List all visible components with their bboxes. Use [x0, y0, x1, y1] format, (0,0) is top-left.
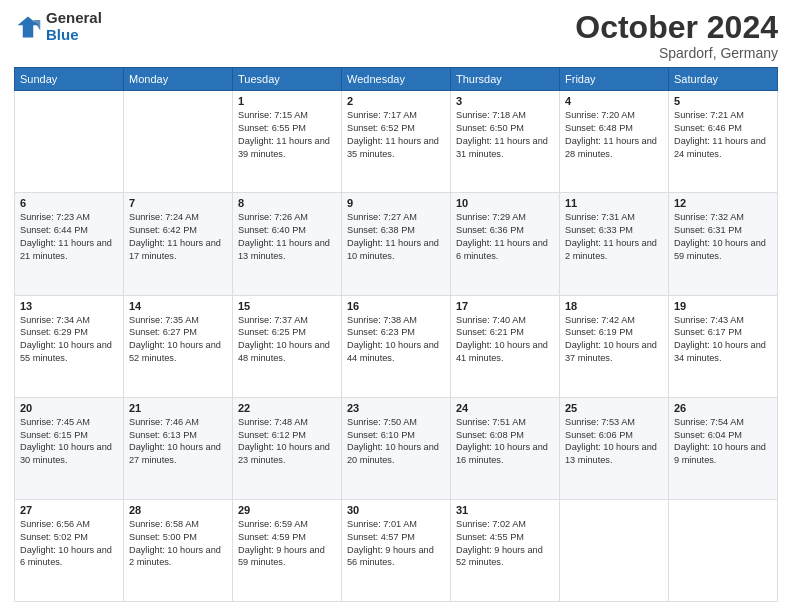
- calendar-cell: 18Sunrise: 7:42 AMSunset: 6:19 PMDayligh…: [560, 295, 669, 397]
- calendar-cell: [15, 91, 124, 193]
- calendar-cell: [669, 499, 778, 601]
- day-info: Sunrise: 7:18 AMSunset: 6:50 PMDaylight:…: [456, 109, 554, 161]
- day-info: Sunrise: 7:27 AMSunset: 6:38 PMDaylight:…: [347, 211, 445, 263]
- title-block: October 2024 Spardorf, Germany: [575, 10, 778, 61]
- calendar-week-row: 20Sunrise: 7:45 AMSunset: 6:15 PMDayligh…: [15, 397, 778, 499]
- svg-marker-0: [18, 16, 39, 37]
- page: General Blue October 2024 Spardorf, Germ…: [0, 0, 792, 612]
- day-number: 12: [674, 197, 772, 209]
- day-info: Sunrise: 7:34 AMSunset: 6:29 PMDaylight:…: [20, 314, 118, 366]
- day-number: 9: [347, 197, 445, 209]
- day-info: Sunrise: 7:17 AMSunset: 6:52 PMDaylight:…: [347, 109, 445, 161]
- calendar-week-row: 27Sunrise: 6:56 AMSunset: 5:02 PMDayligh…: [15, 499, 778, 601]
- calendar-week-row: 1Sunrise: 7:15 AMSunset: 6:55 PMDaylight…: [15, 91, 778, 193]
- calendar-cell: 12Sunrise: 7:32 AMSunset: 6:31 PMDayligh…: [669, 193, 778, 295]
- day-number: 27: [20, 504, 118, 516]
- weekday-header-saturday: Saturday: [669, 68, 778, 91]
- calendar-cell: 1Sunrise: 7:15 AMSunset: 6:55 PMDaylight…: [233, 91, 342, 193]
- day-info: Sunrise: 6:58 AMSunset: 5:00 PMDaylight:…: [129, 518, 227, 570]
- calendar-cell: 5Sunrise: 7:21 AMSunset: 6:46 PMDaylight…: [669, 91, 778, 193]
- calendar-cell: 22Sunrise: 7:48 AMSunset: 6:12 PMDayligh…: [233, 397, 342, 499]
- day-number: 23: [347, 402, 445, 414]
- day-info: Sunrise: 6:56 AMSunset: 5:02 PMDaylight:…: [20, 518, 118, 570]
- calendar-cell: 29Sunrise: 6:59 AMSunset: 4:59 PMDayligh…: [233, 499, 342, 601]
- weekday-header-row: SundayMondayTuesdayWednesdayThursdayFrid…: [15, 68, 778, 91]
- calendar-cell: 14Sunrise: 7:35 AMSunset: 6:27 PMDayligh…: [124, 295, 233, 397]
- day-number: 14: [129, 300, 227, 312]
- calendar-cell: 9Sunrise: 7:27 AMSunset: 6:38 PMDaylight…: [342, 193, 451, 295]
- day-info: Sunrise: 7:43 AMSunset: 6:17 PMDaylight:…: [674, 314, 772, 366]
- calendar-cell: 8Sunrise: 7:26 AMSunset: 6:40 PMDaylight…: [233, 193, 342, 295]
- day-number: 25: [565, 402, 663, 414]
- calendar-week-row: 6Sunrise: 7:23 AMSunset: 6:44 PMDaylight…: [15, 193, 778, 295]
- calendar-cell: 2Sunrise: 7:17 AMSunset: 6:52 PMDaylight…: [342, 91, 451, 193]
- calendar-cell: 19Sunrise: 7:43 AMSunset: 6:17 PMDayligh…: [669, 295, 778, 397]
- day-info: Sunrise: 7:20 AMSunset: 6:48 PMDaylight:…: [565, 109, 663, 161]
- logo-blue-text: Blue: [46, 27, 102, 44]
- calendar-cell: 15Sunrise: 7:37 AMSunset: 6:25 PMDayligh…: [233, 295, 342, 397]
- day-info: Sunrise: 7:50 AMSunset: 6:10 PMDaylight:…: [347, 416, 445, 468]
- weekday-header-friday: Friday: [560, 68, 669, 91]
- calendar-cell: 3Sunrise: 7:18 AMSunset: 6:50 PMDaylight…: [451, 91, 560, 193]
- day-info: Sunrise: 7:23 AMSunset: 6:44 PMDaylight:…: [20, 211, 118, 263]
- calendar-cell: 25Sunrise: 7:53 AMSunset: 6:06 PMDayligh…: [560, 397, 669, 499]
- calendar-cell: 13Sunrise: 7:34 AMSunset: 6:29 PMDayligh…: [15, 295, 124, 397]
- day-info: Sunrise: 7:32 AMSunset: 6:31 PMDaylight:…: [674, 211, 772, 263]
- day-info: Sunrise: 7:54 AMSunset: 6:04 PMDaylight:…: [674, 416, 772, 468]
- calendar-cell: 21Sunrise: 7:46 AMSunset: 6:13 PMDayligh…: [124, 397, 233, 499]
- calendar-cell: 20Sunrise: 7:45 AMSunset: 6:15 PMDayligh…: [15, 397, 124, 499]
- day-number: 4: [565, 95, 663, 107]
- weekday-header-wednesday: Wednesday: [342, 68, 451, 91]
- calendar-table: SundayMondayTuesdayWednesdayThursdayFrid…: [14, 67, 778, 602]
- day-number: 11: [565, 197, 663, 209]
- day-number: 6: [20, 197, 118, 209]
- logo-text: General Blue: [46, 10, 102, 43]
- day-number: 17: [456, 300, 554, 312]
- calendar-cell: 23Sunrise: 7:50 AMSunset: 6:10 PMDayligh…: [342, 397, 451, 499]
- day-number: 15: [238, 300, 336, 312]
- day-number: 24: [456, 402, 554, 414]
- day-info: Sunrise: 7:15 AMSunset: 6:55 PMDaylight:…: [238, 109, 336, 161]
- day-info: Sunrise: 7:51 AMSunset: 6:08 PMDaylight:…: [456, 416, 554, 468]
- day-info: Sunrise: 7:46 AMSunset: 6:13 PMDaylight:…: [129, 416, 227, 468]
- weekday-header-tuesday: Tuesday: [233, 68, 342, 91]
- day-number: 2: [347, 95, 445, 107]
- weekday-header-thursday: Thursday: [451, 68, 560, 91]
- day-number: 22: [238, 402, 336, 414]
- day-info: Sunrise: 7:02 AMSunset: 4:55 PMDaylight:…: [456, 518, 554, 570]
- day-number: 16: [347, 300, 445, 312]
- day-number: 20: [20, 402, 118, 414]
- day-number: 13: [20, 300, 118, 312]
- day-info: Sunrise: 7:45 AMSunset: 6:15 PMDaylight:…: [20, 416, 118, 468]
- calendar-cell: 31Sunrise: 7:02 AMSunset: 4:55 PMDayligh…: [451, 499, 560, 601]
- day-number: 29: [238, 504, 336, 516]
- day-number: 10: [456, 197, 554, 209]
- calendar-cell: 17Sunrise: 7:40 AMSunset: 6:21 PMDayligh…: [451, 295, 560, 397]
- calendar-cell: 4Sunrise: 7:20 AMSunset: 6:48 PMDaylight…: [560, 91, 669, 193]
- calendar-cell: 16Sunrise: 7:38 AMSunset: 6:23 PMDayligh…: [342, 295, 451, 397]
- day-info: Sunrise: 7:40 AMSunset: 6:21 PMDaylight:…: [456, 314, 554, 366]
- day-number: 7: [129, 197, 227, 209]
- day-number: 28: [129, 504, 227, 516]
- calendar-cell: 28Sunrise: 6:58 AMSunset: 5:00 PMDayligh…: [124, 499, 233, 601]
- day-info: Sunrise: 7:35 AMSunset: 6:27 PMDaylight:…: [129, 314, 227, 366]
- location-subtitle: Spardorf, Germany: [575, 45, 778, 61]
- logo-icon: [14, 13, 42, 41]
- weekday-header-monday: Monday: [124, 68, 233, 91]
- day-number: 1: [238, 95, 336, 107]
- day-number: 19: [674, 300, 772, 312]
- day-number: 21: [129, 402, 227, 414]
- calendar-cell: 27Sunrise: 6:56 AMSunset: 5:02 PMDayligh…: [15, 499, 124, 601]
- calendar-cell: 30Sunrise: 7:01 AMSunset: 4:57 PMDayligh…: [342, 499, 451, 601]
- day-info: Sunrise: 7:26 AMSunset: 6:40 PMDaylight:…: [238, 211, 336, 263]
- day-number: 31: [456, 504, 554, 516]
- day-info: Sunrise: 7:31 AMSunset: 6:33 PMDaylight:…: [565, 211, 663, 263]
- day-info: Sunrise: 7:53 AMSunset: 6:06 PMDaylight:…: [565, 416, 663, 468]
- day-number: 5: [674, 95, 772, 107]
- day-number: 26: [674, 402, 772, 414]
- calendar-cell: 10Sunrise: 7:29 AMSunset: 6:36 PMDayligh…: [451, 193, 560, 295]
- calendar-cell: 7Sunrise: 7:24 AMSunset: 6:42 PMDaylight…: [124, 193, 233, 295]
- calendar-cell: 24Sunrise: 7:51 AMSunset: 6:08 PMDayligh…: [451, 397, 560, 499]
- day-info: Sunrise: 7:38 AMSunset: 6:23 PMDaylight:…: [347, 314, 445, 366]
- day-number: 8: [238, 197, 336, 209]
